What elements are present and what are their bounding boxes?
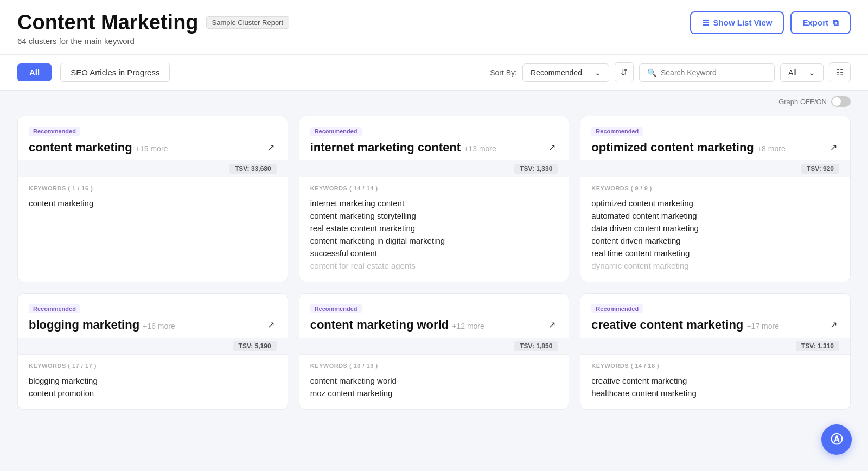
card-title: blogging marketing +16 more	[29, 318, 175, 332]
keyword-item: blogging marketing	[29, 374, 277, 387]
card-body: KEYWORDS ( 10 / 13 ) content marketing w…	[299, 355, 569, 409]
keyword-item: content for real estate agents	[310, 259, 558, 272]
cards-grid: Recommended content marketing +15 more ↗…	[0, 109, 868, 427]
keyword-item: moz content marketing	[310, 387, 558, 399]
keywords-label: KEYWORDS ( 1 / 16 )	[29, 185, 277, 192]
keyword-item: content marketing world	[310, 374, 558, 387]
keyword-item: real estate content marketing	[310, 222, 558, 234]
keyword-item: content marketing in digital marketing	[310, 234, 558, 247]
graph-toggle-label: Graph OFF/ON	[778, 98, 827, 106]
expand-button[interactable]: ↗	[546, 317, 558, 332]
recommended-badge: Recommended	[29, 304, 80, 313]
expand-button[interactable]: ↗	[828, 317, 839, 332]
keyword-list: content marketing	[29, 197, 277, 209]
keywords-label: KEYWORDS ( 17 / 17 )	[29, 362, 277, 369]
card-body: KEYWORDS ( 9 / 9 ) optimized content mar…	[580, 177, 850, 282]
card-more: +8 more	[757, 144, 786, 153]
card-4: Recommended content marketing world +12 …	[299, 293, 570, 410]
card-header: Recommended creative content marketing +…	[580, 294, 850, 338]
card-1: Recommended internet marketing content +…	[299, 116, 570, 282]
card-header: Recommended internet marketing content +…	[299, 116, 569, 160]
tsv-bar: TSV: 33,680	[18, 160, 288, 177]
card-title: creative content marketing +17 more	[591, 318, 779, 332]
card-0: Recommended content marketing +15 more ↗…	[17, 116, 288, 282]
keyword-item: optimized content marketing	[591, 197, 839, 209]
export-icon: ⧉	[833, 18, 839, 28]
filter-icon-button[interactable]: ☷	[829, 62, 851, 82]
header-actions: ☰ Show List View Export ⧉	[690, 11, 851, 34]
filter-all-label: All	[788, 68, 797, 77]
keywords-label: KEYWORDS ( 14 / 18 )	[591, 362, 839, 369]
expand-button[interactable]: ↗	[265, 140, 277, 155]
tab-seo-articles[interactable]: SEO Articles in Progress	[60, 63, 170, 82]
export-button[interactable]: Export ⧉	[790, 11, 851, 34]
card-more: +12 more	[452, 322, 484, 330]
graph-toggle-switch[interactable]	[831, 96, 851, 107]
toolbar-right: Sort By: Recommended ⌄ ⇵ 🔍 All ⌄ ☷	[490, 62, 851, 82]
card-body: KEYWORDS ( 17 / 17 ) blogging marketingc…	[18, 355, 288, 409]
search-input[interactable]	[661, 68, 767, 77]
card-title-row: optimized content marketing +8 more ↗	[591, 140, 839, 155]
show-list-view-label: Show List View	[713, 18, 773, 27]
sort-by-label: Sort By:	[490, 68, 517, 77]
card-more: +16 more	[143, 322, 175, 330]
sort-value: Recommended	[531, 68, 582, 77]
title-row: Content Marketing Sample Cluster Report	[17, 11, 289, 34]
page-title: Content Marketing	[17, 11, 199, 34]
search-box[interactable]: 🔍	[639, 63, 775, 82]
card-body: KEYWORDS ( 14 / 18 ) creative content ma…	[580, 355, 850, 409]
card-3: Recommended blogging marketing +16 more …	[17, 293, 288, 410]
search-icon: 🔍	[647, 68, 656, 77]
page-header: Content Marketing Sample Cluster Report …	[0, 0, 868, 55]
card-header: Recommended content marketing world +12 …	[299, 294, 569, 338]
recommended-badge: Recommended	[310, 304, 362, 313]
keyword-list: content marketing worldmoz content marke…	[310, 374, 558, 399]
filter-all-select[interactable]: All ⌄	[780, 63, 824, 82]
keyword-item: content driven marketing	[591, 234, 839, 247]
keyword-item: automated content marketing	[591, 209, 839, 222]
keyword-item: data driven content marketing	[591, 222, 839, 234]
tsv-bar: TSV: 5,190	[18, 338, 288, 355]
tsv-badge: TSV: 920	[801, 164, 839, 174]
expand-button[interactable]: ↗	[265, 317, 277, 332]
sort-options-icon[interactable]: ⇵	[615, 62, 634, 82]
recommended-badge: Recommended	[591, 304, 643, 313]
expand-button[interactable]: ↗	[828, 140, 839, 155]
show-list-view-button[interactable]: ☰ Show List View	[690, 11, 784, 34]
keywords-label: KEYWORDS ( 10 / 13 )	[310, 362, 558, 369]
keyword-list: blogging marketingcontent promotion	[29, 374, 277, 399]
card-title-row: internet marketing content +13 more ↗	[310, 140, 558, 155]
card-title-row: content marketing world +12 more ↗	[310, 317, 558, 332]
list-view-icon: ☰	[702, 18, 709, 28]
sort-select[interactable]: Recommended ⌄	[522, 63, 609, 82]
recommended-badge: Recommended	[310, 127, 362, 136]
recommended-badge: Recommended	[591, 127, 643, 136]
keyword-item: successful content	[310, 247, 558, 259]
card-title: optimized content marketing +8 more	[591, 141, 785, 155]
expand-button[interactable]: ↗	[546, 140, 558, 155]
chevron-down-icon: ⌄	[595, 68, 601, 77]
keyword-item: content promotion	[29, 387, 277, 399]
card-body: KEYWORDS ( 14 / 14 ) internet marketing …	[299, 177, 569, 282]
tsv-badge: TSV: 1,310	[796, 341, 839, 351]
card-2: Recommended optimized content marketing …	[580, 116, 851, 282]
keyword-list: creative content marketinghealthcare con…	[591, 374, 839, 399]
card-title: content marketing +15 more	[29, 141, 168, 155]
card-title: internet marketing content +13 more	[310, 141, 496, 155]
card-title-row: blogging marketing +16 more ↗	[29, 317, 277, 332]
chevron-down-icon: ⌄	[809, 68, 815, 77]
tsv-badge: TSV: 1,850	[514, 341, 558, 351]
tab-all[interactable]: All	[17, 63, 52, 81]
tsv-bar: TSV: 1,850	[299, 338, 569, 355]
card-title-row: content marketing +15 more ↗	[29, 140, 277, 155]
keywords-label: KEYWORDS ( 9 / 9 )	[591, 185, 839, 192]
recommended-badge: Recommended	[29, 127, 80, 136]
card-body: KEYWORDS ( 1 / 16 ) content marketing	[18, 177, 288, 219]
tsv-badge: TSV: 5,190	[233, 341, 277, 351]
tsv-bar: TSV: 1,310	[580, 338, 850, 355]
card-title: content marketing world +12 more	[310, 318, 484, 332]
keywords-label: KEYWORDS ( 14 / 14 )	[310, 185, 558, 192]
keyword-list: optimized content marketingautomated con…	[591, 197, 839, 272]
tsv-badge: TSV: 1,330	[514, 164, 558, 174]
card-5: Recommended creative content marketing +…	[580, 293, 851, 410]
